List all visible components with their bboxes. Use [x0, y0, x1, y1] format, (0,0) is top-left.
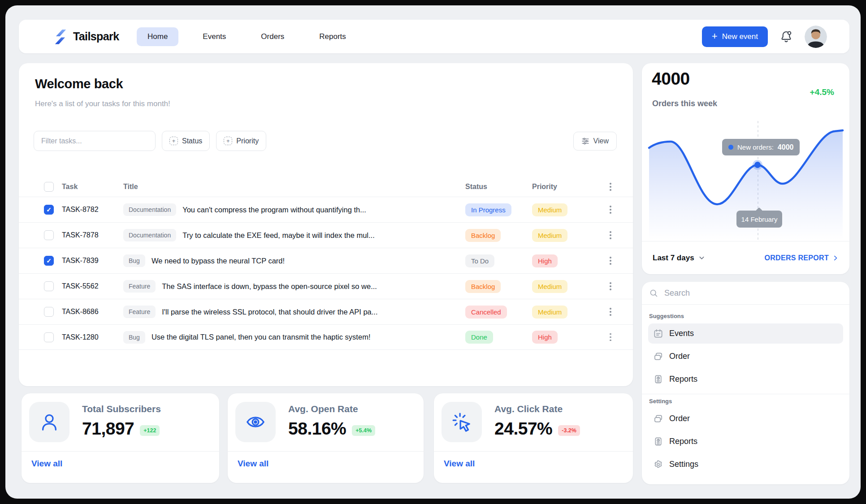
brand-logo[interactable]: Tailspark	[53, 20, 119, 53]
search-panel: Suggestions Events Order Reports	[642, 282, 849, 484]
view-all-link[interactable]: View all	[238, 459, 268, 469]
plus-icon	[712, 31, 718, 42]
add-filter-icon	[224, 137, 232, 145]
row-checkbox[interactable]	[44, 281, 54, 291]
nav-item-home[interactable]: Home	[137, 27, 178, 46]
stat-card-open-rate: Avg. Open Rate 58.16% +5.4% View all	[228, 393, 424, 483]
orders-report-link[interactable]: ORDERS REPORT	[765, 254, 839, 262]
task-id: TASK-7839	[62, 257, 123, 265]
task-type-badge: Documentation	[123, 229, 176, 241]
row-menu-button[interactable]	[604, 229, 617, 241]
nav-item-reports[interactable]: Reports	[308, 27, 357, 46]
search-suggestions: Suggestions Events Order Reports	[642, 305, 849, 482]
suggestion-label: Settings	[669, 460, 698, 469]
new-event-label: New event	[722, 32, 758, 41]
row-checkbox[interactable]	[44, 307, 54, 317]
suggestion-label: Reports	[669, 437, 697, 446]
search-input[interactable]	[664, 289, 842, 298]
stat-delta-badge: +5.4%	[352, 425, 375, 436]
sliders-icon	[581, 137, 589, 145]
task-title: The SAS interface is down, bypass the op…	[162, 282, 377, 291]
status-badge: In Progress	[465, 203, 511, 216]
task-title: We need to bypass the neural TCP card!	[152, 257, 285, 265]
task-type-badge: Feature	[123, 306, 156, 318]
date-range-dropdown[interactable]: Last 7 days	[653, 254, 705, 263]
status-filter-label: Status	[182, 137, 202, 145]
status-badge: Done	[465, 331, 493, 344]
task-type-badge: Bug	[123, 331, 145, 344]
wallet-icon	[653, 351, 663, 362]
view-options-button[interactable]: View	[573, 132, 617, 151]
select-all-checkbox[interactable]	[44, 182, 54, 192]
row-menu-button[interactable]	[604, 306, 617, 318]
orders-delta: +4.5%	[810, 87, 834, 97]
row-checkbox[interactable]	[44, 230, 54, 240]
table-header-row: Task Title Status Priority	[19, 177, 633, 197]
calendar-icon	[653, 328, 663, 339]
gear-icon	[653, 459, 663, 470]
task-title: Use the digital TLS panel, then you can …	[152, 333, 371, 341]
wallet-icon	[653, 414, 663, 424]
priority-badge: Medium	[532, 203, 567, 216]
page-title: Welcome back	[35, 77, 123, 91]
filter-tasks-input[interactable]	[34, 131, 156, 151]
view-all-link[interactable]: View all	[444, 459, 475, 469]
add-filter-icon	[169, 137, 178, 145]
stat-card-click-rate: Avg. Click Rate 24.57% -3.2% View all	[434, 393, 633, 483]
status-badge: Backlog	[465, 280, 501, 293]
task-id: TASK-5562	[62, 282, 123, 290]
search-field	[642, 282, 849, 305]
stat-delta-badge: +122	[140, 425, 160, 436]
orders-count: 4000	[652, 69, 690, 89]
row-checkbox[interactable]	[44, 332, 54, 342]
section-divider	[642, 394, 849, 394]
new-event-button[interactable]: New event	[702, 26, 768, 47]
data-point-marker[interactable]	[754, 162, 761, 168]
row-checkbox[interactable]	[44, 205, 54, 215]
settings-item-reports[interactable]: Reports	[648, 431, 843, 452]
divider	[22, 451, 219, 452]
search-icon	[649, 289, 658, 298]
task-type-badge: Documentation	[123, 203, 176, 216]
row-menu-button[interactable]	[604, 280, 617, 293]
status-badge: Backlog	[465, 229, 501, 242]
priority-filter-label: Priority	[236, 137, 259, 145]
series-dot-icon	[728, 145, 733, 150]
priority-filter-button[interactable]: Priority	[216, 131, 266, 151]
view-all-link[interactable]: View all	[31, 459, 62, 469]
row-checkbox[interactable]	[44, 256, 54, 266]
notifications-button[interactable]	[779, 30, 793, 43]
settings-item-order[interactable]: Order	[648, 409, 843, 429]
table-menu-button[interactable]	[604, 181, 617, 193]
nav-item-events[interactable]: Events	[192, 27, 237, 46]
priority-badge: Medium	[532, 280, 567, 293]
row-menu-button[interactable]	[604, 203, 617, 216]
row-menu-button[interactable]	[604, 331, 617, 344]
divider	[434, 451, 633, 452]
suggestion-label: Events	[669, 329, 694, 338]
row-menu-button[interactable]	[604, 254, 617, 267]
table-row: TASK-8686 Feature I'll parse the wireles…	[19, 299, 633, 324]
stat-icon-box	[29, 402, 69, 442]
bell-icon	[779, 30, 793, 43]
date-range-label: Last 7 days	[653, 254, 694, 263]
suggestion-item-events[interactable]: Events	[648, 323, 843, 344]
task-title: You can't compress the program without q…	[182, 206, 366, 214]
stat-value: 71,897	[82, 418, 134, 439]
task-type-badge: Feature	[123, 280, 156, 293]
suggestion-label: Order	[669, 414, 690, 423]
main-nav: Home Events Orders Reports	[137, 20, 357, 53]
brand-name: Tailspark	[73, 30, 119, 43]
user-avatar[interactable]	[805, 26, 827, 48]
tasks-table: Task Title Status Priority TASK-8782 Doc…	[19, 177, 633, 350]
status-filter-button[interactable]: Status	[162, 131, 210, 151]
suggestion-item-reports[interactable]: Reports	[648, 369, 843, 389]
suggestion-item-order[interactable]: Order	[648, 346, 843, 366]
stat-label: Total Subscribers	[82, 404, 161, 414]
stat-value: 24.57%	[494, 418, 552, 439]
priority-badge: High	[532, 254, 558, 267]
orders-widget: 4000 +4.5% Orders this week New orders: …	[642, 63, 849, 274]
settings-item-settings[interactable]: Settings	[648, 454, 843, 474]
nav-item-orders[interactable]: Orders	[250, 27, 295, 46]
stat-label: Avg. Open Rate	[288, 404, 358, 414]
